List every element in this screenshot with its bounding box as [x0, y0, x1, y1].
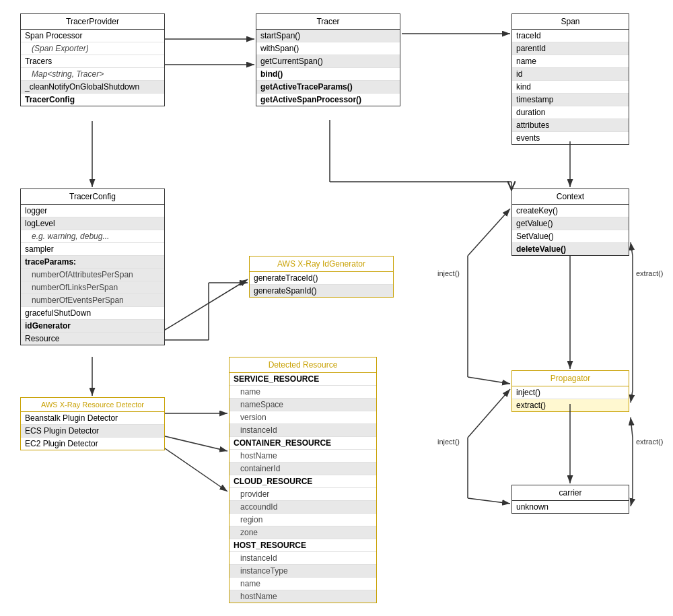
svg-line-19 [468, 377, 510, 384]
svg-line-22 [631, 390, 633, 403]
detected-resource-title: Detected Resource [229, 357, 376, 373]
detected-resource-box: Detected Resource SERVICE_RESOURCE name … [229, 357, 377, 603]
tracer-provider-box: TracerProvider Span Processor (Span Expo… [20, 13, 165, 106]
row: region [229, 514, 376, 526]
row: name [512, 55, 629, 68]
row: parentId [512, 42, 629, 55]
row: CONTAINER_RESOURCE [229, 437, 376, 450]
row: zone [229, 526, 376, 539]
svg-line-27 [631, 417, 633, 438]
row: e.g. warning, debug... [21, 230, 164, 243]
row: gracefulShutDown [21, 307, 164, 320]
tracer-box: Tracer startSpan() withSpan() getCurrent… [256, 13, 400, 106]
row: provider [229, 488, 376, 501]
svg-line-24 [468, 389, 510, 438]
tracer-config-box: TracerConfig logger logLevel e.g. warnin… [20, 189, 165, 345]
row: traceId [512, 30, 629, 42]
row: TracerConfig [21, 94, 164, 106]
row: createKey() [512, 205, 629, 217]
span-box: Span traceId parentId name id kind times… [511, 13, 629, 145]
carrier-title: carrier [512, 485, 629, 501]
row: HOST_RESOURCE [229, 539, 376, 552]
tracer-config-title: TracerConfig [21, 189, 164, 205]
row: events [512, 132, 629, 144]
row: numberOfEventsPerSpan [21, 294, 164, 307]
row: nameSpace [229, 399, 376, 411]
svg-line-18 [468, 209, 510, 256]
row: containerId [229, 463, 376, 475]
row: ECS Plugin Detector [21, 425, 164, 438]
row: instanceId [229, 424, 376, 437]
svg-line-13 [165, 436, 227, 451]
row: instanceType [229, 565, 376, 578]
row: SetValue() [512, 230, 629, 243]
row: traceParams: [21, 256, 164, 269]
row: instanceId [229, 552, 376, 565]
row: Tracers [21, 55, 164, 68]
propagator-box: Propagator inject() extract() [511, 370, 629, 412]
span-title: Span [512, 14, 629, 30]
row: id [512, 68, 629, 81]
aws-resource-detector-box: AWS X-Ray Resource Detector Beanstalk Pl… [20, 397, 165, 450]
row: bind() [256, 68, 400, 81]
row: name [229, 386, 376, 399]
row: logLevel [21, 217, 164, 230]
row: generateSpanId() [250, 285, 393, 297]
svg-line-14 [165, 448, 227, 491]
row: numberOfAttributesPerSpan [21, 269, 164, 281]
row: Span Processor [21, 30, 164, 42]
row: name [229, 578, 376, 590]
row: hostName [229, 450, 376, 463]
tracer-provider-title: TracerProvider [21, 14, 164, 30]
tracer-title: Tracer [256, 14, 400, 30]
svg-line-25 [468, 498, 510, 504]
row: accoundId [229, 501, 376, 514]
row: _cleanNotifyOnGlobalShutdown [21, 81, 164, 94]
diagram: TracerProvider Span Processor (Span Expo… [0, 0, 673, 616]
row: withSpan() [256, 42, 400, 55]
svg-line-9 [165, 279, 248, 330]
row: Map<string, Tracer> [21, 68, 164, 81]
context-box: Context createKey() getValue() SetValue(… [511, 189, 629, 256]
row: startSpan() [256, 30, 400, 42]
row: CLOUD_RESOURCE [229, 475, 376, 488]
row: EC2 Plugin Detector [21, 438, 164, 450]
row: timestamp [512, 94, 629, 106]
row: getValue() [512, 217, 629, 230]
row: sampler [21, 243, 164, 256]
inject-label-lower: inject() [437, 438, 460, 446]
svg-line-21 [631, 242, 633, 256]
row: hostName [229, 590, 376, 603]
row: logger [21, 205, 164, 217]
aws-id-generator-title: AWS X-Ray IdGenerator [250, 256, 393, 272]
row: generateTraceId() [250, 272, 393, 285]
row: getActiveTraceParams() [256, 81, 400, 94]
row: Resource [21, 333, 164, 345]
row: inject() [512, 386, 629, 399]
row: (Span Exporter) [21, 42, 164, 55]
row: attributes [512, 119, 629, 132]
extract-label-right: extract() [636, 269, 663, 277]
row: Beanstalk Plugin Detector [21, 412, 164, 425]
row: version [229, 411, 376, 424]
row: numberOfLinksPerSpan [21, 281, 164, 294]
extract-label-lower: extract() [636, 438, 663, 446]
row: SERVICE_RESOURCE [229, 373, 376, 386]
row: duration [512, 106, 629, 119]
row: getActiveSpanProcessor() [256, 94, 400, 106]
aws-id-generator-box: AWS X-Ray IdGenerator generateTraceId() … [249, 256, 394, 298]
svg-line-28 [631, 498, 633, 506]
carrier-box: carrier unknown [511, 485, 629, 514]
carrier-unknown-text: unknown [512, 501, 629, 513]
row: getCurrentSpan() [256, 55, 400, 68]
row: kind [512, 81, 629, 94]
row: idGenerator [21, 320, 164, 333]
aws-resource-detector-title: AWS X-Ray Resource Detector [21, 398, 164, 412]
row: extract() [512, 399, 629, 411]
context-title: Context [512, 189, 629, 205]
row: deleteValue() [512, 243, 629, 255]
propagator-title: Propagator [512, 371, 629, 386]
inject-label-left: inject() [437, 269, 460, 277]
